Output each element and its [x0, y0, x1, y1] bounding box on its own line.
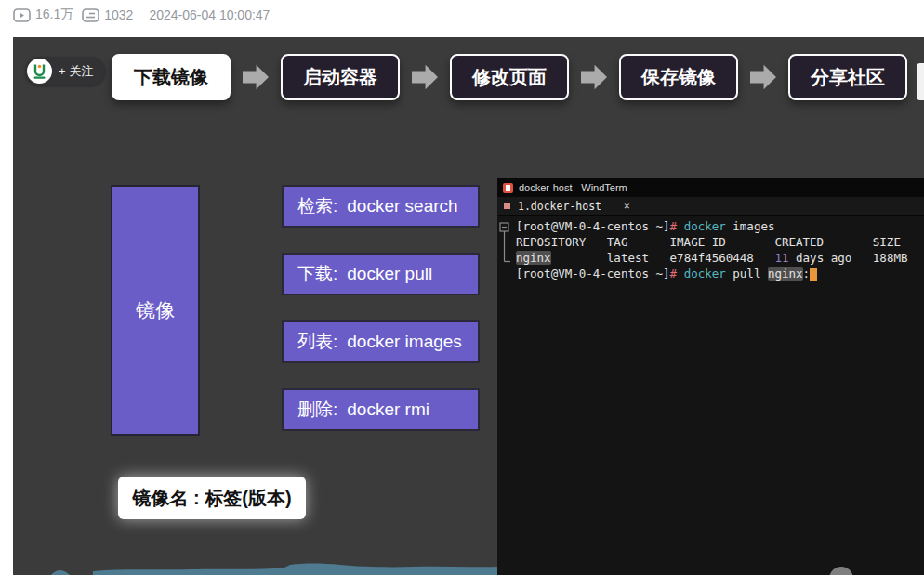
terminal-tab-label: 1.docker-host	[518, 200, 601, 213]
workflow-step: 修改页面	[450, 54, 569, 100]
danmaku-count: 1032	[82, 7, 133, 22]
clipped-edge-icon	[917, 63, 924, 100]
command-box: 列表:docker images	[282, 320, 480, 363]
command-label: 删除:	[297, 398, 337, 422]
command-box: 检索:docker search	[282, 185, 480, 228]
arrow-right-icon	[243, 63, 269, 91]
terminal-line: nginx latest e784f4560448 11 days ago 18…	[516, 250, 924, 266]
terminal-content[interactable]: [root@VM-0-4-centos ~]# docker imagesREP…	[497, 216, 924, 281]
image-concept-label: 镜像	[136, 297, 175, 323]
page: 16.1万 1032 2024-06-04 10:00:47	[0, 0, 924, 575]
command-box: 删除:docker rmi	[282, 388, 480, 431]
workflow-step: 保存镜像	[619, 54, 738, 100]
play-count-value: 16.1万	[35, 7, 73, 23]
arrow-right-icon	[581, 63, 607, 91]
command-text: docker search	[347, 196, 457, 216]
terminal-tab[interactable]: 1.docker-host ✕	[497, 197, 640, 215]
terminal-line: [root@VM-0-4-centos ~]# docker images	[516, 218, 924, 234]
uploader-avatar[interactable]	[27, 59, 52, 84]
workflow-step: 下载镜像	[112, 54, 231, 100]
session-status-icon	[504, 203, 510, 209]
command-text: docker rmi	[347, 399, 429, 420]
video-stats-bar: 16.1万 1032 2024-06-04 10:00:47	[13, 7, 270, 23]
command-label: 下载:	[297, 262, 337, 286]
arrow-right-icon	[412, 63, 438, 91]
image-naming-note-label: 镜像名 : 标签(版本)	[132, 486, 291, 511]
terminal-line: [root@VM-0-4-centos ~]# docker pull ngin…	[516, 266, 924, 281]
command-label: 检索:	[297, 194, 337, 218]
workflow-step: 分享社区	[788, 54, 907, 100]
terminal-title-bar: docker-host - WindTerm	[497, 178, 924, 197]
terminal-line: REPOSITORY TAG IMAGE ID CREATED SIZE	[516, 234, 924, 250]
command-box: 下载:docker pull	[282, 253, 480, 295]
follow-button[interactable]: + 关注	[25, 57, 105, 85]
wave-illustration	[13, 562, 515, 575]
follow-label: + 关注	[59, 63, 93, 80]
windterm-icon	[503, 183, 513, 193]
terminal-tab-bar: 1.docker-host ✕	[497, 197, 924, 216]
workflow-step: 启动容器	[281, 54, 400, 100]
command-text: docker images	[347, 332, 462, 352]
image-naming-note: 镜像名 : 标签(版本)	[118, 477, 306, 519]
fold-gutter-icon	[499, 220, 512, 278]
video-player[interactable]: + 关注 下载镜像启动容器修改页面保存镜像分享社区 镜像 检索:docker s…	[13, 37, 924, 575]
publish-timestamp: 2024-06-04 10:00:47	[149, 7, 270, 22]
danmaku-count-value: 1032	[104, 7, 133, 22]
windterm-window: docker-host - WindTerm 1.docker-host ✕ […	[497, 178, 924, 575]
terminal-title: docker-host - WindTerm	[519, 182, 627, 193]
workflow-steps: 下载镜像启动容器修改页面保存镜像分享社区	[112, 53, 907, 101]
terminal-cursor	[810, 268, 817, 281]
command-label: 列表:	[297, 330, 337, 354]
arrow-right-icon	[750, 63, 776, 91]
play-count-icon	[13, 8, 31, 22]
play-count: 16.1万	[13, 7, 73, 23]
image-concept-box: 镜像	[111, 185, 200, 436]
tab-close-icon[interactable]: ✕	[624, 200, 630, 212]
command-text: docker pull	[347, 264, 432, 284]
danmaku-count-icon	[82, 8, 99, 22]
